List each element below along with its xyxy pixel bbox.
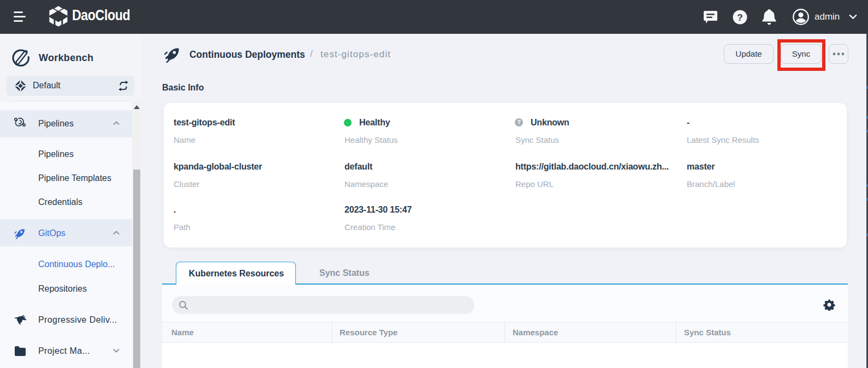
- svg-text:?: ?: [737, 13, 742, 23]
